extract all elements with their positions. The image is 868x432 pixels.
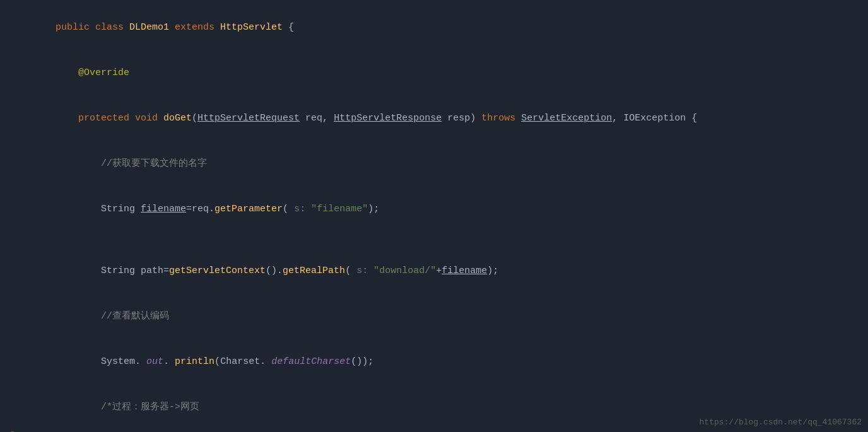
static-defaultcharset: defaultCharset xyxy=(271,356,351,367)
dot-out: . xyxy=(135,356,146,367)
type-string-1: String xyxy=(101,204,141,214)
paren-close-2: ); xyxy=(487,266,498,276)
paren-ctx: (). xyxy=(266,266,283,276)
dot-println: . xyxy=(163,356,175,367)
paren-close-1: ); xyxy=(368,204,379,214)
keyword-throws: throws xyxy=(481,113,521,124)
comment-get-filename: //获取要下载文件的名字 xyxy=(101,158,207,169)
type-charset: Charset xyxy=(220,356,260,367)
comment-default-encoding: //查看默认编码 xyxy=(101,311,169,322)
var-path: path= xyxy=(141,266,169,276)
paren-sys-1: ( xyxy=(214,356,220,367)
code-text-9: System. out. println(Charset. defaultCha… xyxy=(21,339,868,385)
code-line-3: protected void doGet(HttpServletRequest … xyxy=(0,96,868,141)
paren-dc-close: ()); xyxy=(351,356,373,367)
code-line-2: @Override xyxy=(0,50,868,96)
url-reference: https://blog.csdn.net/qq_41067362 xyxy=(700,416,862,429)
method-doget: doGet xyxy=(163,113,192,124)
annotation-override: @Override xyxy=(78,67,129,78)
code-line-8: //查看默认编码 xyxy=(0,294,868,339)
param-req: req, xyxy=(300,113,334,124)
string-download: "download/" xyxy=(373,266,436,276)
hint-s-2: s: xyxy=(356,266,373,276)
code-line-4: //获取要下载文件的名字 xyxy=(0,141,868,187)
method-getservletcontext: getServletContext xyxy=(169,266,266,276)
classname-dldemo1: DLDemo1 xyxy=(129,22,175,33)
brace-open: { xyxy=(283,22,294,33)
code-text-4: //获取要下载文件的名字 xyxy=(21,141,868,187)
method-getrealpath: getRealPath xyxy=(283,266,345,276)
code-line-7: String path=getServletContext().getRealP… xyxy=(0,248,868,294)
type-ioexception: IOException xyxy=(623,113,686,124)
keyword-void: void xyxy=(135,113,163,124)
eq-1: =req. xyxy=(186,204,214,214)
code-line-9: System. out. println(Charset. defaultCha… xyxy=(0,339,868,385)
code-text-1: public class DLDemo1 extends HttpServlet… xyxy=(21,5,868,50)
code-line-5: String filename=req.getParameter( s: "fi… xyxy=(0,187,868,232)
var-filename-1: filename xyxy=(141,204,186,214)
keyword-extends: extends xyxy=(175,22,220,33)
paren-1: ( xyxy=(283,204,294,214)
paren-rp: ( xyxy=(345,266,356,276)
type-string-2: String xyxy=(101,266,141,276)
code-text-2: @Override xyxy=(21,50,868,96)
type-servletexception: ServletException xyxy=(521,113,612,124)
paren-open: ( xyxy=(192,113,197,124)
method-getparameter: getParameter xyxy=(214,204,283,214)
code-text-5: String filename=req.getParameter( s: "fi… xyxy=(21,187,868,232)
comment-process-start: /*过程：服务器->网页 xyxy=(101,402,199,412)
classname-httpservlet: HttpServlet xyxy=(220,22,283,33)
comma-after-servlet: , xyxy=(612,113,623,124)
plus-filename: + xyxy=(436,266,442,276)
method-println-1: println xyxy=(175,356,214,367)
keyword-protected: protected xyxy=(78,113,135,124)
code-text-8: //查看默认编码 xyxy=(21,294,868,339)
code-editor: public class DLDemo1 extends HttpServlet… xyxy=(0,0,868,432)
type-httpservletresponse: HttpServletResponse xyxy=(334,113,442,124)
string-filename: "filename" xyxy=(311,204,368,214)
code-line-empty-1 xyxy=(0,232,868,248)
type-system: System xyxy=(101,356,135,367)
dot-dc: . xyxy=(260,356,271,367)
code-text-3: protected void doGet(HttpServletRequest … xyxy=(21,96,868,141)
keyword-public: public xyxy=(56,22,95,33)
code-text-7: String path=getServletContext().getRealP… xyxy=(21,248,868,294)
static-out: out xyxy=(146,356,163,367)
code-text-empty-1 xyxy=(21,232,868,247)
brace-open-method: { xyxy=(686,113,697,124)
code-line-1: public class DLDemo1 extends HttpServlet… xyxy=(0,5,868,50)
hint-s-1: s: xyxy=(294,204,311,214)
type-httpservletrequest: HttpServletRequest xyxy=(197,113,300,124)
param-resp: resp) xyxy=(442,113,481,124)
var-filename-ref1: filename xyxy=(442,266,487,276)
keyword-class: class xyxy=(95,22,129,33)
